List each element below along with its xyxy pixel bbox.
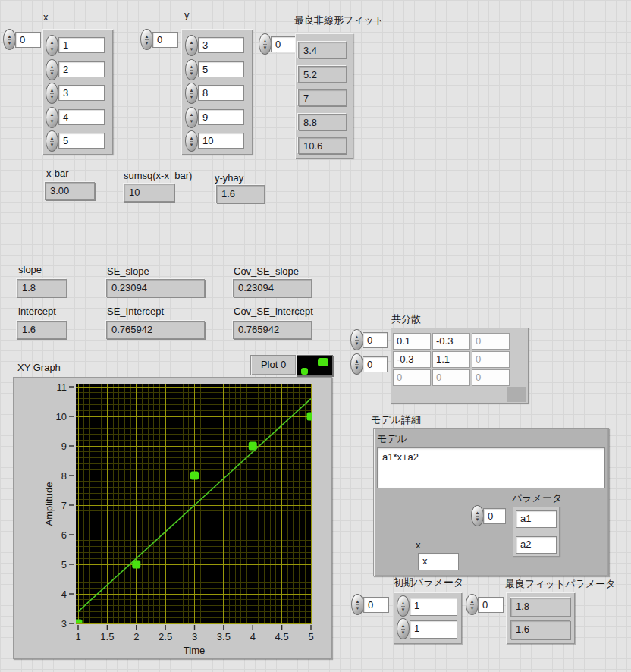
covariance-cell-2-0: 0	[393, 369, 431, 386]
sumsq-value: 10	[124, 184, 174, 202]
init-param-0[interactable]: 1	[410, 598, 457, 616]
svg-text:5: 5	[308, 631, 313, 642]
svg-text:7: 7	[61, 500, 67, 511]
covariance-cell-0-1[interactable]: -0.3	[432, 333, 470, 350]
covariance-cell-1-2: 0	[472, 351, 510, 368]
svg-text:6: 6	[61, 529, 67, 541]
se-slope-label: SE_slope	[107, 265, 149, 277]
svg-text:4: 4	[250, 631, 256, 642]
init-param-spinner[interactable]: ▲▼	[397, 618, 410, 639]
model-label: モデル	[377, 433, 407, 444]
covariance-col-index-spinner[interactable]: ▲▼	[350, 353, 363, 375]
x-axis-label: Time	[164, 645, 224, 656]
svg-text:3: 3	[192, 631, 197, 642]
xy-graph-plot-area: 11.522.533.544.5534567891011	[13, 377, 332, 659]
covariance-cell-0-0[interactable]: 0.1	[393, 333, 431, 350]
init-params-label: 初期パラメータ	[394, 576, 463, 588]
covariance-label: 共分散	[391, 313, 421, 325]
model-x-label: x	[416, 539, 421, 551]
best-fit-element-2: 7	[298, 89, 347, 106]
svg-text:1.5: 1.5	[100, 631, 114, 642]
x-index-field[interactable]: 0	[15, 32, 41, 48]
legend-plot-style-icon[interactable]	[297, 355, 333, 376]
x-element-1[interactable]: 2	[58, 61, 105, 77]
params-index-field[interactable]: 0	[483, 508, 506, 524]
intercept-value: 1.6	[17, 321, 67, 339]
best-params-index-spinner[interactable]: ▲▼	[466, 594, 479, 615]
x-element-spinner[interactable]: ▲▼	[46, 83, 58, 104]
param-element-0[interactable]: a1	[516, 510, 557, 528]
yyhay-value: 1.6	[216, 185, 265, 203]
model-formula-input[interactable]: a1*x+a2	[377, 447, 605, 488]
se-intercept-value: 0.765942	[106, 321, 205, 339]
y-element-spinner[interactable]: ▲▼	[185, 83, 198, 104]
best-params-index-field[interactable]: 0	[478, 597, 504, 613]
y-element-1[interactable]: 5	[198, 61, 244, 77]
y-element-spinner[interactable]: ▲▼	[185, 130, 198, 152]
y-element-spinner[interactable]: ▲▼	[185, 35, 198, 56]
legend-marker-glyph	[301, 368, 308, 375]
covariance-cell-1-0[interactable]: -0.3	[393, 351, 431, 368]
x-element-0[interactable]: 1	[58, 37, 105, 53]
best-fit-array-label: 最良非線形フィット	[294, 14, 384, 26]
svg-text:2.5: 2.5	[159, 631, 172, 642]
cov-se-slope-value: 0.23094	[233, 279, 312, 297]
svg-text:3: 3	[61, 618, 67, 630]
cov-se-intercept-value: 0.765942	[233, 321, 312, 339]
y-element-2[interactable]: 8	[198, 85, 244, 101]
cov-se-intercept-label: Cov_SE_intercept	[234, 306, 313, 317]
best-fit-index-field[interactable]: 0	[271, 36, 297, 52]
covariance-cell-2-2: 0	[472, 369, 510, 386]
legend-marker-glyph	[318, 358, 328, 366]
x-element-3[interactable]: 4	[58, 109, 105, 125]
model-x-input[interactable]: x	[418, 553, 459, 570]
y-axis-label: Amplitude	[43, 459, 55, 550]
xbar-label: x-bar	[46, 168, 69, 179]
intercept-label: intercept	[18, 306, 56, 317]
x-element-spinner[interactable]: ▲▼	[46, 35, 58, 56]
xy-graph-title: XY Graph	[17, 362, 61, 373]
covariance-scroll-corner	[507, 387, 526, 402]
best-fit-element-3: 8.8	[298, 114, 347, 130]
y-element-spinner[interactable]: ▲▼	[185, 107, 198, 128]
covariance-cell-1-1[interactable]: 1.1	[432, 351, 470, 368]
covariance-col-index-field[interactable]: 0	[363, 356, 388, 372]
x-element-spinner[interactable]: ▲▼	[46, 107, 58, 128]
y-index-spinner[interactable]: ▲▼	[140, 29, 153, 50]
y-array-label: y	[184, 9, 190, 20]
xbar-value: 3.00	[45, 182, 95, 200]
params-index-spinner[interactable]: ▲▼	[471, 505, 484, 526]
covariance-row-index-field[interactable]: 0	[363, 332, 388, 348]
init-params-index-field[interactable]: 0	[363, 597, 389, 613]
param-element-1[interactable]: a2	[516, 536, 557, 554]
init-param-1[interactable]: 1	[410, 620, 457, 639]
y-element-spinner[interactable]: ▲▼	[185, 59, 198, 80]
svg-text:2: 2	[133, 631, 139, 642]
covariance-cell-0-2: 0	[472, 333, 510, 350]
covariance-row-index-spinner[interactable]: ▲▼	[350, 329, 363, 350]
svg-text:9: 9	[61, 441, 67, 452]
init-params-index-spinner[interactable]: ▲▼	[351, 594, 364, 615]
params-array-label: パラメータ	[512, 492, 562, 504]
legend-plot-button[interactable]: Plot 0	[250, 355, 297, 375]
se-slope-value: 0.23094	[106, 279, 205, 297]
x-element-2[interactable]: 3	[58, 85, 105, 101]
x-index-spinner[interactable]: ▲▼	[3, 29, 16, 50]
y-element-4[interactable]: 10	[198, 133, 244, 149]
x-element-spinner[interactable]: ▲▼	[46, 59, 58, 80]
covariance-cell-2-1: 0	[432, 369, 470, 386]
x-element-4[interactable]: 5	[58, 133, 105, 149]
y-index-field[interactable]: 0	[152, 32, 178, 48]
yyhay-label: y-yhay	[215, 172, 243, 184]
x-element-spinner[interactable]: ▲▼	[46, 130, 58, 152]
best-param-0: 1.8	[510, 598, 570, 617]
se-intercept-label: SE_Intercept	[107, 306, 164, 317]
y-element-0[interactable]: 3	[198, 37, 244, 53]
best-fit-index-spinner[interactable]: ▲▼	[259, 33, 272, 55]
svg-text:1: 1	[75, 631, 80, 642]
best-params-label: 最良フィットパラメータ	[505, 578, 615, 589]
y-element-3[interactable]: 9	[198, 109, 244, 125]
init-param-spinner[interactable]: ▲▼	[397, 595, 410, 617]
sumsq-label: sumsq(x-x_bar)	[124, 170, 192, 181]
x-array-label: x	[43, 11, 49, 23]
